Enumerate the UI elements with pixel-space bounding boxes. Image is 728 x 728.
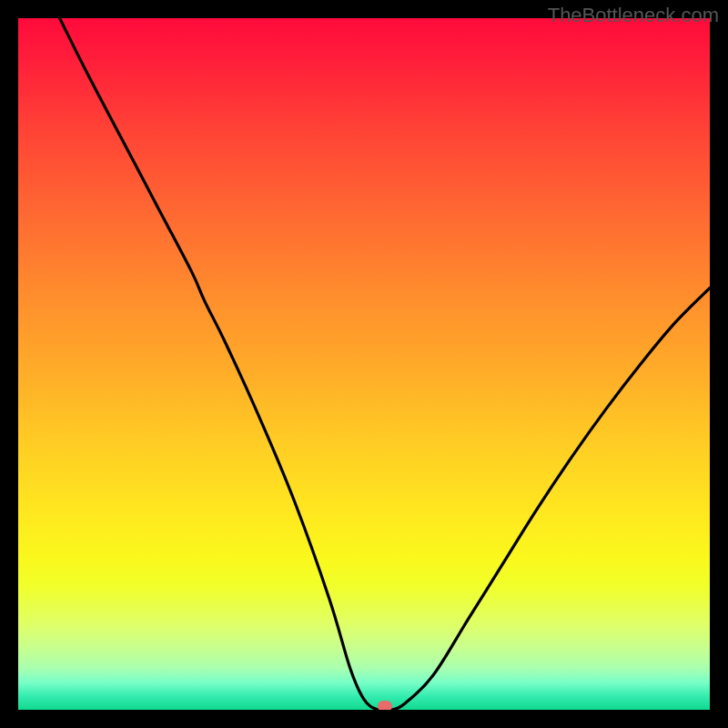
watermark-text: TheBottleneck.com [548, 4, 719, 27]
bottleneck-curve [18, 18, 710, 710]
optimal-point-marker [378, 701, 392, 710]
chart-container: TheBottleneck.com [0, 0, 728, 728]
plot-area [18, 18, 710, 710]
